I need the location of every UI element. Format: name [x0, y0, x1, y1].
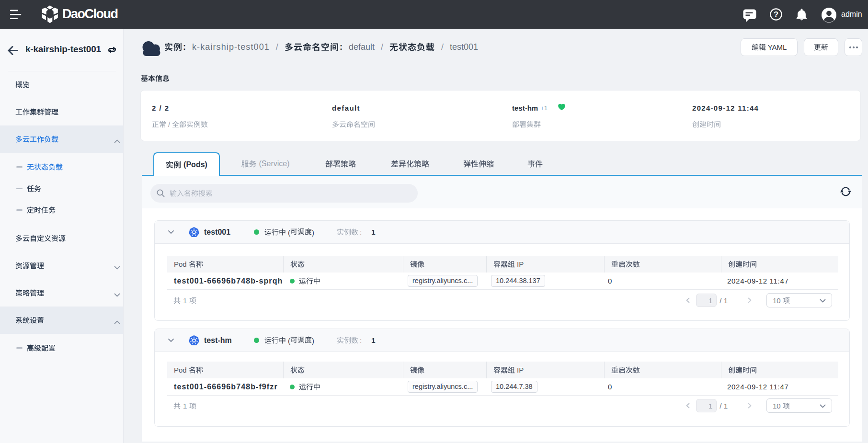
- svg-text:?: ?: [774, 10, 778, 19]
